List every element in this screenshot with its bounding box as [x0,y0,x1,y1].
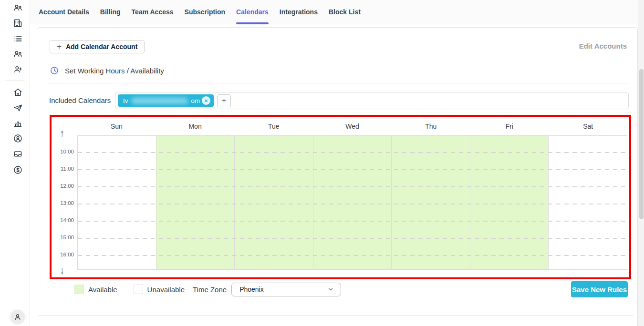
calendar-chip-text-start: tv [123,97,128,104]
day-header-row: SunMonTueWedThuFriSat [77,121,627,132]
scrollbar[interactable] [638,0,644,326]
person-circle-icon[interactable] [13,133,23,143]
time-label: 13:00 [60,200,74,206]
chevron-down-icon [327,286,334,293]
plus-icon: + [57,42,62,51]
company-building-icon[interactable] [13,18,23,28]
calendar-chip[interactable]: tv om ✕ [118,94,214,107]
day-column-thu[interactable] [391,136,470,269]
add-calendar-account-label: Add Calendar Account [66,43,137,51]
tab-calendars[interactable]: Calendars [236,0,269,24]
available-label: Available [88,285,117,294]
timezone-select[interactable]: Phoenix [231,283,341,296]
edit-accounts-button[interactable]: Edit Accounts [579,42,627,50]
tab-block-list[interactable]: Block List [329,0,361,24]
day-header-wed: Wed [313,121,392,132]
unavailable-swatch [134,285,143,294]
available-swatch [74,285,84,294]
tab-billing[interactable]: Billing [100,0,121,24]
tab-subscription[interactable]: Subscription [185,0,226,24]
scroll-down-arrow-icon[interactable]: ↓ [60,265,64,275]
person-icon [13,313,22,321]
sidebar [0,0,30,326]
timezone-label: Time Zone [193,285,227,294]
day-column-wed[interactable] [313,136,392,269]
calendar-chip-text-end: om [191,97,200,104]
dollar-circle-icon[interactable] [13,165,23,175]
add-calendar-account-button[interactable]: + Add Calendar Account [50,40,145,53]
tab-account-details[interactable]: Account Details [39,0,89,24]
home-icon[interactable] [13,87,23,97]
laptop-icon[interactable] [13,149,23,159]
time-label: 16:00 [60,252,74,257]
save-new-rules-button[interactable]: Save New Rules [571,281,628,297]
unavailable-label: Unavailable [147,285,185,294]
chip-close-icon[interactable]: ✕ [202,96,210,105]
tab-team-access[interactable]: Team Access [132,0,174,24]
add-included-calendar-button[interactable]: + [217,94,231,107]
included-calendars-label: Included Calendars [49,96,111,104]
timezone-value: Phoenix [239,285,327,293]
day-header-sat: Sat [549,121,627,132]
working-hours-title: Set Working Hours / Availability [65,67,164,75]
section-divider [49,83,628,83]
included-calendars-field[interactable]: tv om ✕ + [115,92,629,109]
time-label: 15:00 [60,234,74,240]
send-icon[interactable] [13,103,23,113]
page: Account Details Billing Team Access Subs… [0,0,644,326]
time-label: 12:00 [60,183,74,189]
time-label: 10:00 [60,149,74,154]
day-column-sun[interactable] [78,136,156,269]
time-gutter: 10:0011:0012:0013:0014:0015:0016:00 [52,135,77,270]
settings-tabbar: Account Details Billing Team Access Subs… [30,0,644,24]
day-header-sun: Sun [77,121,156,132]
calendar-chip-redacted [131,98,188,104]
tab-integrations[interactable]: Integrations [280,0,318,24]
bottom-divider [38,315,634,316]
day-column-sat[interactable] [548,136,627,269]
sidebar-divider [5,81,25,81]
scrollbar-thumb[interactable] [639,69,644,219]
day-header-thu: Thu [392,121,470,132]
person-add-icon[interactable] [13,64,23,74]
week-grid [77,135,627,270]
day-header-tue: Tue [234,121,313,132]
clock-icon [50,66,59,75]
day-column-mon[interactable] [156,136,235,269]
grid-columns [78,136,627,269]
day-header-fri: Fri [470,121,549,132]
time-label: 11:00 [61,166,74,172]
team-group-icon[interactable] [13,49,23,59]
contacts-group-icon[interactable] [13,3,23,13]
day-header-mon: Mon [156,121,235,132]
working-hours-header: Set Working Hours / Availability [50,66,164,75]
day-column-tue[interactable] [234,136,313,269]
time-label: 14:00 [60,217,74,223]
user-avatar[interactable] [10,309,26,325]
bar-chart-icon[interactable] [13,118,23,128]
legend-row: Available Unavailable Time Zone Phoenix [74,284,341,295]
list-icon[interactable] [13,34,23,44]
availability-calendar-highlighted: SunMonTueWedThuFriSat ↑ 10:0011:0012:001… [50,115,631,279]
day-column-fri[interactable] [470,136,549,269]
calendars-panel: + Add Calendar Account Edit Accounts Set… [37,27,638,326]
